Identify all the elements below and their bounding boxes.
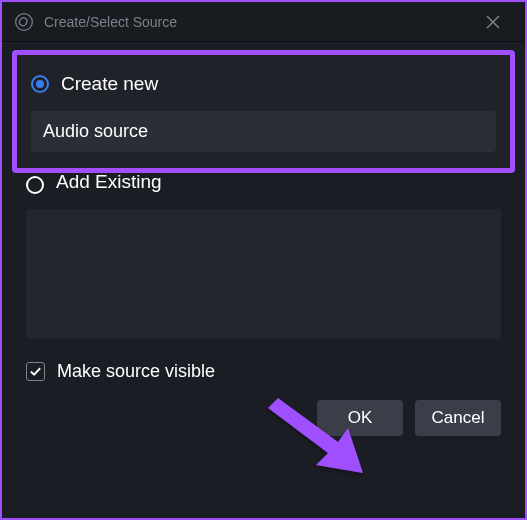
dialog-buttons: OK Cancel [26,400,501,436]
close-button[interactable] [473,2,513,42]
svg-point-0 [16,13,33,30]
titlebar: Create/Select Source [2,2,525,42]
cancel-button[interactable]: Cancel [415,400,501,436]
add-existing-radio[interactable] [26,176,44,194]
create-new-radio-row[interactable]: Create new [31,73,496,95]
obs-app-icon [14,12,34,32]
add-existing-section: Add Existing Make source visible OK Canc… [12,173,515,436]
make-visible-label: Make source visible [57,361,215,382]
dialog-content: Create new Add Existing Make source visi… [2,42,525,448]
existing-sources-list[interactable] [26,209,501,339]
add-existing-label: Add Existing [56,171,162,193]
create-new-highlight: Create new [12,50,515,173]
visible-checkbox-row[interactable]: Make source visible [26,361,501,382]
ok-button[interactable]: OK [317,400,403,436]
create-new-label: Create new [61,73,158,95]
window-title: Create/Select Source [44,14,473,30]
add-existing-radio-row[interactable]: Add Existing [26,173,501,195]
source-name-input[interactable] [31,111,496,152]
make-visible-checkbox[interactable] [26,362,45,381]
create-new-radio[interactable] [31,75,49,93]
